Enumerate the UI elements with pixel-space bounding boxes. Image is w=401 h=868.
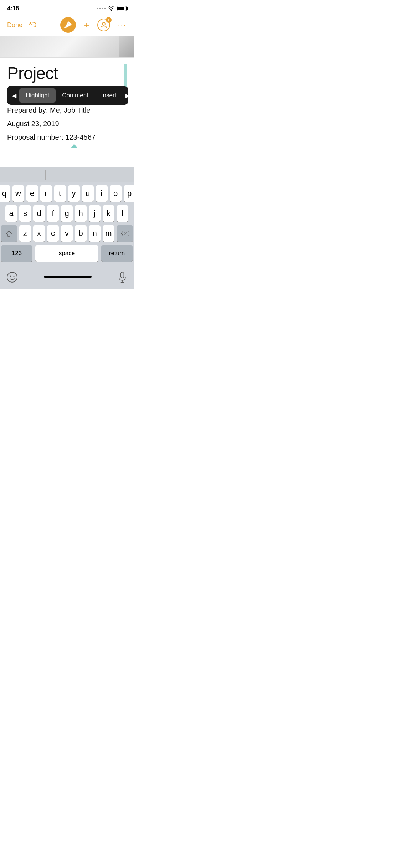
key-u[interactable]: u — [82, 185, 94, 202]
add-button[interactable]: + — [84, 20, 89, 31]
keyboard-row-4: 123 space return — [1, 245, 133, 262]
key-m[interactable]: m — [103, 225, 114, 242]
key-o[interactable]: o — [110, 185, 122, 202]
key-q[interactable]: q — [0, 185, 10, 202]
key-e[interactable]: e — [26, 185, 38, 202]
keyboard-area: q w e r t y u i o p a s d f g h j k l — [0, 167, 134, 289]
svg-point-1 — [102, 22, 105, 25]
key-z[interactable]: z — [19, 225, 31, 242]
more-button[interactable]: ··· — [118, 20, 127, 30]
key-j[interactable]: j — [89, 205, 101, 222]
key-h[interactable]: h — [75, 205, 87, 222]
keyboard-row-2: a s d f g h j k l — [1, 205, 133, 222]
document-date: August 23, 2019 — [7, 118, 127, 129]
key-i[interactable]: i — [96, 185, 108, 202]
text-cursor — [124, 64, 127, 88]
svg-point-3 — [10, 276, 11, 277]
document-area: Project Proposal ◀ Highlight Comment Ins… — [0, 36, 134, 151]
key-f[interactable]: f — [47, 205, 59, 222]
key-r[interactable]: r — [40, 185, 52, 202]
home-indicator — [44, 276, 92, 278]
comment-button[interactable]: Comment — [56, 88, 95, 103]
key-v[interactable]: v — [61, 225, 73, 242]
context-menu-prev[interactable]: ◀ — [9, 89, 19, 103]
context-menu-next[interactable]: ▶ — [123, 89, 133, 103]
user-badge: 1 — [106, 17, 112, 23]
keyboard-toolbar — [0, 167, 134, 182]
highlight-button[interactable]: Highlight — [19, 88, 56, 103]
key-d[interactable]: d — [33, 205, 45, 222]
document-header-image — [0, 36, 134, 58]
svg-point-2 — [7, 272, 17, 282]
key-n[interactable]: n — [89, 225, 101, 242]
insert-button[interactable]: Insert — [95, 88, 123, 103]
key-g[interactable]: g — [61, 205, 73, 222]
context-menu: ◀ Highlight Comment Insert ▶ — [7, 86, 128, 105]
document-title-row: Project Proposal ◀ Highlight Comment Ins… — [7, 64, 127, 102]
key-a[interactable]: a — [5, 205, 17, 222]
document-prepared-by: Prepared by: Me, Job Title — [7, 105, 127, 115]
svg-point-0 — [111, 10, 112, 11]
annotate-button[interactable] — [60, 17, 76, 33]
svg-point-4 — [14, 276, 15, 277]
key-return[interactable]: return — [101, 245, 133, 262]
status-time: 4:15 — [7, 5, 19, 12]
document-content: Project Proposal ◀ Highlight Comment Ins… — [0, 58, 134, 151]
key-y[interactable]: y — [68, 185, 80, 202]
key-c[interactable]: c — [47, 225, 59, 242]
key-numbers[interactable]: 123 — [1, 245, 32, 262]
toolbar-left: Done — [7, 21, 37, 29]
status-icons — [97, 6, 127, 11]
key-k[interactable]: k — [103, 205, 114, 222]
key-shift[interactable] — [1, 225, 17, 242]
keyboard-bottom-row — [0, 267, 134, 289]
document-proposal-number: Proposal number: 123-4567 — [7, 132, 127, 143]
status-bar: 4:15 — [0, 0, 134, 14]
toolbar: Done + 1 — [0, 14, 134, 36]
emoji-button[interactable] — [4, 269, 21, 286]
key-x[interactable]: x — [33, 225, 45, 242]
undo-button[interactable] — [29, 21, 37, 29]
microphone-button[interactable] — [114, 269, 130, 286]
key-p[interactable]: p — [124, 185, 134, 202]
key-s[interactable]: s — [19, 205, 31, 222]
signal-icon — [97, 8, 106, 9]
toolbar-center: + 1 ··· — [60, 17, 127, 33]
key-delete[interactable] — [117, 225, 133, 242]
wifi-icon — [108, 6, 114, 11]
done-button[interactable]: Done — [7, 21, 22, 29]
cursor-indicator — [71, 144, 78, 148]
key-w[interactable]: w — [12, 185, 24, 202]
key-t[interactable]: t — [54, 185, 66, 202]
battery-icon — [117, 6, 127, 11]
key-l[interactable]: l — [117, 205, 128, 222]
key-b[interactable]: b — [75, 225, 87, 242]
svg-rect-5 — [121, 272, 124, 278]
key-space[interactable]: space — [35, 245, 98, 262]
keyboard-keys: q w e r t y u i o p a s d f g h j k l — [0, 182, 134, 267]
keyboard-row-1: q w e r t y u i o p — [1, 185, 133, 202]
user-button[interactable]: 1 — [97, 19, 110, 31]
keyboard-row-3: z x c v b n m — [1, 225, 133, 242]
